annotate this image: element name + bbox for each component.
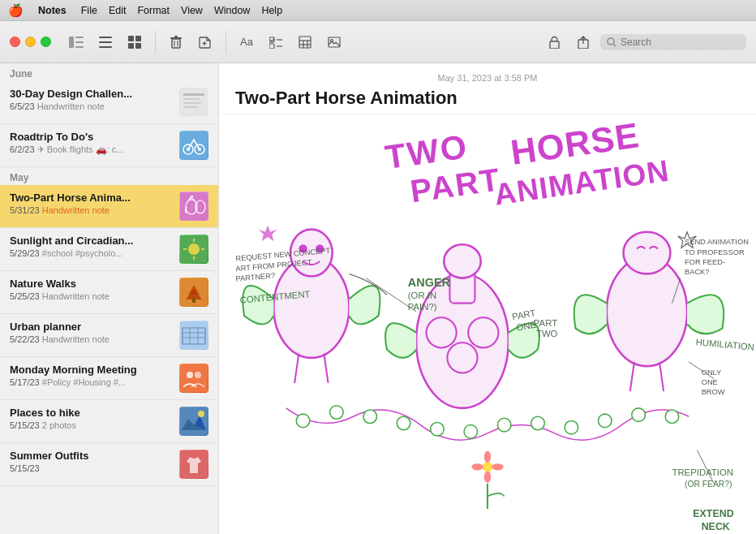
menu-format[interactable]: Format: [137, 5, 170, 16]
media-button[interactable]: [322, 30, 346, 54]
svg-text:TO PROFESSOR: TO PROFESSOR: [685, 248, 745, 256]
lock-button[interactable]: [542, 30, 566, 54]
menu-window[interactable]: Window: [214, 5, 250, 16]
handwritten-sketch: TWO PART HORSE ANIMATION: [219, 114, 756, 534]
svg-rect-37: [183, 106, 198, 108]
svg-point-31: [608, 38, 614, 45]
note-thumbnail: [179, 450, 208, 479]
note-item-roadtrip[interactable]: Roadtrip To Do's 6/2/23 ✈ Book flights 🚗…: [0, 124, 218, 167]
svg-point-100: [598, 414, 612, 428]
note-meta: 5/17/23 #Policy #Housing #...: [10, 377, 173, 387]
note-meta: 5/25/23 Handwritten note: [10, 291, 173, 301]
menu-notes[interactable]: Notes: [35, 4, 70, 17]
svg-rect-2: [75, 41, 84, 43]
note-title: Urban planner: [10, 321, 173, 333]
note-item-nature-walks[interactable]: Nature Walks 5/25/23 Handwritten note: [0, 271, 218, 314]
svg-rect-35: [183, 98, 200, 100]
note-thumbnail: [179, 364, 208, 393]
note-item-urban-planner[interactable]: Urban planner 5/22/23 Handwritten note: [0, 314, 218, 357]
svg-rect-9: [128, 43, 134, 49]
group-header-june: June: [0, 63, 218, 81]
close-button[interactable]: [10, 37, 20, 47]
share-button[interactable]: [571, 30, 595, 54]
minimize-button[interactable]: [25, 37, 36, 47]
svg-point-98: [531, 416, 545, 430]
note-thumbnail: [179, 321, 208, 350]
search-box[interactable]: [600, 34, 746, 50]
menu-edit[interactable]: Edit: [109, 5, 127, 16]
note-item-outfits[interactable]: Summer Outfits 5/15/23: [0, 443, 218, 486]
note-title: Monday Morning Meeting: [10, 364, 173, 376]
svg-point-106: [471, 463, 483, 470]
note-detail-title: Two-Part Horse Animation: [235, 88, 740, 109]
menu-view[interactable]: View: [181, 5, 203, 16]
svg-rect-3: [75, 46, 84, 48]
svg-point-41: [187, 148, 190, 151]
delete-button[interactable]: [164, 30, 188, 54]
svg-point-42: [198, 148, 201, 151]
svg-point-62: [195, 372, 201, 378]
svg-text:ONE: ONE: [702, 378, 718, 386]
note-title: Roadtrip To Do's: [10, 131, 173, 143]
table-button[interactable]: [293, 30, 317, 54]
svg-rect-12: [170, 37, 182, 39]
note-thumbnail: [179, 278, 208, 307]
menu-help[interactable]: Help: [261, 5, 282, 16]
svg-text:SEND ANIMATION: SEND ANIMATION: [685, 238, 749, 246]
svg-rect-4: [99, 37, 112, 38]
grid-view-button[interactable]: [122, 30, 147, 54]
svg-text:TREPIDATION: TREPIDATION: [672, 467, 733, 477]
note-meta: 6/2/23 ✈ Book flights 🚗: c...: [10, 144, 173, 155]
note-meta: 6/5/23 Handwritten note: [10, 101, 173, 111]
maximize-button[interactable]: [41, 37, 51, 47]
svg-rect-11: [172, 39, 180, 48]
note-title: Places to hike: [10, 407, 173, 419]
svg-rect-38: [180, 131, 208, 159]
svg-rect-22: [299, 37, 311, 48]
svg-rect-10: [135, 43, 141, 49]
svg-point-103: [483, 462, 492, 472]
format-text-button[interactable]: Aa: [234, 30, 259, 54]
note-thumbnail: [179, 407, 208, 436]
svg-rect-34: [183, 93, 204, 96]
svg-point-91: [296, 414, 310, 428]
group-header-may: May: [0, 167, 218, 185]
svg-point-88: [624, 232, 671, 274]
note-item-design-challenge[interactable]: 30-Day Design Challen... 6/5/23 Handwrit…: [0, 81, 218, 124]
svg-point-97: [497, 418, 511, 432]
note-meta: 5/29/23 #school #psycholo...: [10, 248, 173, 258]
menu-file[interactable]: File: [81, 5, 97, 16]
svg-rect-7: [128, 36, 134, 41]
svg-text:PART: PART: [534, 318, 557, 328]
separator-1: [155, 31, 156, 54]
sidebar-toggle-button[interactable]: [64, 30, 88, 54]
notes-sidebar: June 30-Day Design Challen... 6/5/23 Han…: [0, 63, 219, 534]
note-thumbnail: [179, 88, 208, 117]
svg-rect-5: [99, 41, 112, 43]
note-thumbnail: [179, 235, 208, 264]
svg-point-99: [565, 420, 578, 434]
separator-2: [226, 31, 226, 54]
svg-rect-27: [329, 37, 340, 47]
note-item-hike[interactable]: Places to hike 5/15/23 2 photos: [0, 400, 218, 443]
svg-text:FOR FEED-: FOR FEED-: [685, 258, 725, 266]
note-item-horse-animation[interactable]: Two-Part Horse Anima... 5/31/23 Handwrit…: [0, 185, 218, 228]
note-content-area[interactable]: TWO PART HORSE ANIMATION: [219, 114, 756, 534]
note-thumbnail: [179, 192, 208, 221]
note-title: Sunlight and Circadian...: [10, 235, 173, 247]
new-note-button[interactable]: [193, 30, 217, 54]
svg-text:TWO: TWO: [536, 329, 558, 338]
checklist-button[interactable]: [264, 30, 288, 54]
search-input[interactable]: [621, 37, 734, 48]
svg-rect-63: [180, 407, 208, 435]
svg-rect-6: [99, 46, 112, 48]
svg-rect-36: [183, 102, 201, 104]
note-item-morning-meeting[interactable]: Monday Morning Meeting 5/17/23 #Policy #…: [0, 357, 218, 400]
svg-point-82: [444, 244, 480, 278]
list-view-button[interactable]: [93, 30, 118, 54]
note-item-sunlight[interactable]: Sunlight and Circadian... 5/29/23 #schoo…: [0, 228, 218, 271]
apple-logo-icon[interactable]: 🍎: [8, 3, 24, 18]
svg-rect-53: [192, 298, 195, 303]
svg-point-61: [187, 372, 193, 378]
notes-list: June 30-Day Design Challen... 6/5/23 Han…: [0, 63, 218, 534]
